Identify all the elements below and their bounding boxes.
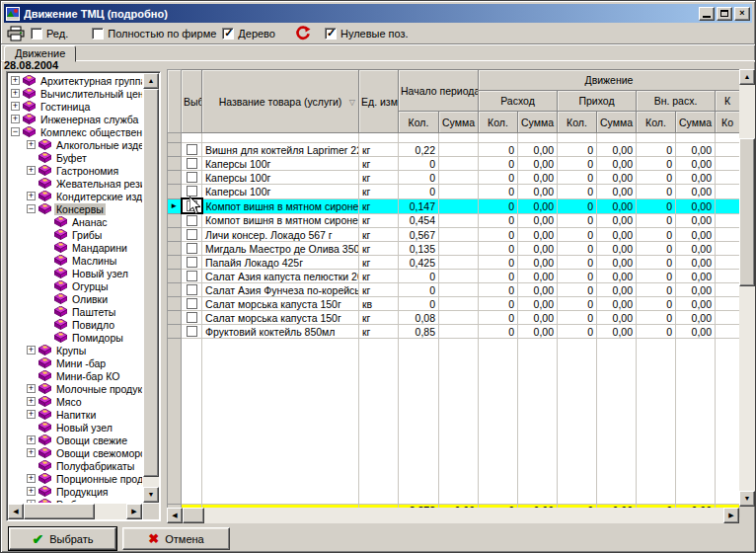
tree-item[interactable]: Мини-бар КО xyxy=(9,369,142,382)
row-checkbox[interactable] xyxy=(187,298,197,309)
tree-item[interactable]: Мандарини xyxy=(9,241,142,254)
col-header-unit[interactable]: Ед. изм. xyxy=(359,70,399,133)
grid-vscroll-thumb[interactable] xyxy=(739,138,755,286)
expand-plus-icon[interactable]: + xyxy=(27,435,36,444)
row-checkbox[interactable] xyxy=(187,158,197,169)
tree-item[interactable]: +Кондитерские издели xyxy=(9,190,142,202)
edit-checkbox[interactable]: Ред. xyxy=(31,28,68,40)
expand-plus-icon[interactable]: + xyxy=(27,140,36,149)
row-checkbox[interactable] xyxy=(187,312,197,323)
tree-item[interactable]: Оливки xyxy=(9,292,142,305)
scroll-up-icon[interactable]: ▲ xyxy=(143,73,159,89)
col-header-sum[interactable]: Сумма xyxy=(518,112,558,133)
col-header-qty[interactable]: Кол. xyxy=(479,112,518,133)
grid-row[interactable]: Папайя Локадо 425гкг0,42500,0000,0000,00 xyxy=(168,256,740,270)
row-checkbox[interactable] xyxy=(187,172,197,183)
cancel-button[interactable]: ✖ Отмена xyxy=(122,527,230,550)
grid-row[interactable]: Салат Азия Фунчеза по-корейськи 200кг000… xyxy=(168,283,740,297)
tree-item[interactable]: +Овощи свежоморож xyxy=(9,446,142,459)
tree-item[interactable]: Грибы xyxy=(9,228,142,241)
col-header-select[interactable]: Выб. xyxy=(182,70,202,133)
collapse-minus-icon[interactable]: − xyxy=(27,204,36,213)
col-header-sum[interactable]: Сумма xyxy=(597,112,637,133)
refresh-button[interactable] xyxy=(295,26,311,41)
grid-row[interactable]: Фруктовий коктейль 850млкг0,8500,0000,00… xyxy=(168,325,740,339)
grid-row[interactable]: Салат морська капуста 150гкг0,0800,0000,… xyxy=(168,311,740,325)
tree-item[interactable]: Новый узел xyxy=(9,267,142,279)
grid-row[interactable]: Компот вишня в мятном сироне 227млкг0,45… xyxy=(168,213,740,228)
col-header-qty[interactable]: Кол. xyxy=(637,112,676,133)
row-checkbox[interactable] xyxy=(187,257,197,268)
col-header-qty-partial[interactable]: Ко xyxy=(716,112,740,133)
tree-item[interactable]: +Инженерная служба xyxy=(9,113,142,125)
grid-row[interactable]: Салат Азия капуста пелюстки 200гкг000,00… xyxy=(168,270,740,283)
tree-item[interactable]: Маслины xyxy=(9,254,142,267)
expand-plus-icon[interactable]: + xyxy=(27,474,36,483)
minimize-button[interactable] xyxy=(699,7,715,21)
row-checkbox[interactable] xyxy=(187,243,197,254)
tree-item[interactable]: +Молочные продукты xyxy=(9,382,142,395)
tree-item[interactable]: Полуфабрикаты xyxy=(9,459,142,472)
tree-item[interactable]: Повидло xyxy=(9,318,142,331)
grid-row[interactable]: ►Компот вишня в мятном сироне 227млкг0,1… xyxy=(168,198,740,213)
maximize-button[interactable] xyxy=(717,7,732,21)
tree-item[interactable]: +Мясо xyxy=(9,395,142,408)
expand-plus-icon[interactable]: + xyxy=(27,487,36,496)
tree-item[interactable]: Буфет xyxy=(9,151,142,164)
col-header-sum[interactable]: Сумма xyxy=(439,112,479,133)
row-checkbox[interactable] xyxy=(187,271,197,281)
grid-row[interactable]: Вишня для коктейля Laprimer 220гкг0,2200… xyxy=(168,143,740,157)
tree-item[interactable]: Паштеты xyxy=(9,305,142,318)
row-checkbox[interactable] xyxy=(187,229,197,240)
col-header-qty[interactable]: Кол. xyxy=(558,112,597,133)
full-company-checkbox[interactable]: Полностью по фирме xyxy=(92,28,216,40)
select-button[interactable]: ✔ Выбрать xyxy=(9,527,116,550)
row-checkbox[interactable] xyxy=(187,326,197,337)
grid-row[interactable]: Личи консер. Локадо 567 гкг0,56700,0000,… xyxy=(168,228,740,242)
grid-hscrollbar[interactable]: ◀ ▶ xyxy=(167,508,739,523)
tree-item[interactable]: Мини -бар xyxy=(9,356,142,369)
col-header-qty[interactable]: Кол. xyxy=(399,112,439,133)
checkbox-icon[interactable] xyxy=(222,28,234,40)
expand-plus-icon[interactable]: + xyxy=(27,397,36,406)
expand-plus-icon[interactable]: + xyxy=(27,192,36,200)
scroll-up-icon[interactable]: ▲ xyxy=(739,69,755,85)
grid-vscrollbar[interactable]: ▲ ▼ xyxy=(739,69,755,507)
close-button[interactable]: × xyxy=(734,7,750,21)
grid-row[interactable]: Каперсы 100гкг000,0000,0000,00 xyxy=(168,185,740,199)
checkbox-icon[interactable] xyxy=(325,28,337,40)
expand-plus-icon[interactable]: + xyxy=(11,115,20,123)
scroll-down-icon[interactable]: ▼ xyxy=(143,487,159,503)
expand-plus-icon[interactable]: + xyxy=(27,166,36,175)
checkbox-icon[interactable] xyxy=(31,28,42,40)
scroll-right-icon[interactable]: ▶ xyxy=(723,508,739,523)
tree-item[interactable]: +Рыба и морепродукт xyxy=(9,498,142,503)
tree-item[interactable]: +Продукция xyxy=(9,485,142,498)
tree-item[interactable]: Новый узел xyxy=(9,421,142,434)
tree-item[interactable]: +Порционные продукт xyxy=(9,472,142,485)
tree-item[interactable]: Огурцы xyxy=(9,279,142,292)
tree-item[interactable]: Помидоры xyxy=(9,331,142,344)
tree-vscroll-thumb[interactable] xyxy=(143,89,159,477)
collapse-minus-icon[interactable]: − xyxy=(11,127,20,136)
scroll-right-icon[interactable]: ▶ xyxy=(126,504,142,519)
print-button[interactable] xyxy=(7,26,25,41)
tree-item[interactable]: +Архитектурная группа xyxy=(9,74,142,87)
grid-row[interactable]: Салат морська капуста 150гкв000,0000,000… xyxy=(168,297,740,311)
tree-item[interactable]: −Консервы xyxy=(9,202,142,215)
scroll-left-icon[interactable]: ◀ xyxy=(167,508,183,523)
tree-item[interactable]: +Овощи свежие xyxy=(9,434,142,446)
tree-vscrollbar[interactable]: ▲ ▼ xyxy=(143,73,159,503)
grid-hscroll-thumb[interactable] xyxy=(183,508,204,523)
tree-item[interactable]: +Алкогольные издели xyxy=(9,138,142,151)
row-checkbox[interactable] xyxy=(187,284,197,295)
expand-plus-icon[interactable]: + xyxy=(11,102,20,111)
tree-item[interactable]: −Комплекс общественно xyxy=(9,125,142,138)
row-checkbox[interactable] xyxy=(187,144,197,155)
expand-plus-icon[interactable]: + xyxy=(27,500,36,503)
expand-plus-icon[interactable]: + xyxy=(27,410,36,419)
tree-item[interactable]: +Гастрономия xyxy=(9,164,142,177)
expand-plus-icon[interactable]: + xyxy=(11,76,20,85)
tree-item[interactable]: +Вычислительный центр xyxy=(9,87,142,100)
expand-plus-icon[interactable]: + xyxy=(11,89,20,98)
